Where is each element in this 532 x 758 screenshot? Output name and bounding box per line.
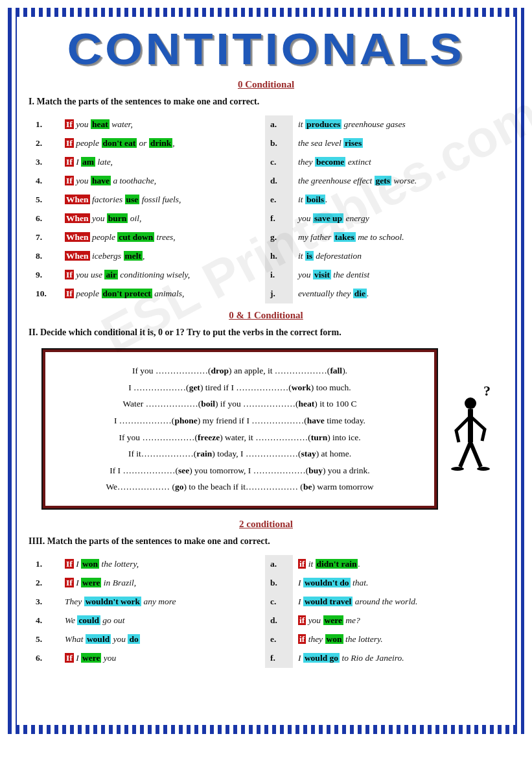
row-letter: b. (265, 574, 293, 593)
left-sentence: If people don't eat or drink, (60, 134, 265, 153)
row-letter: a. (265, 115, 293, 134)
left-sentence: If you use air conditioning wisely, (60, 266, 265, 285)
row-num: 5. (30, 630, 60, 649)
row-letter: c. (265, 153, 293, 172)
row-letter: j. (265, 285, 293, 303)
row-letter: b. (265, 134, 293, 153)
row-letter: e. (265, 630, 293, 649)
right-sentence: if it didn't rain. (293, 555, 502, 574)
section3-instruction: IIII. Match the parts of the sentences t… (29, 536, 503, 547)
section2-row: If you ………………(drop) an apple, it ………………(… (29, 344, 503, 514)
left-sentence: When you burn oil, (60, 209, 265, 228)
left-sentence: They wouldn't work any more (60, 593, 265, 611)
left-sentence: If I won the lottery, (60, 555, 265, 574)
row-num: 10. (30, 285, 60, 303)
right-sentence: I would travel around the world. (293, 593, 502, 611)
fill-line: If you ………………(freeze) water, it ………………(t… (58, 429, 421, 446)
row-num: 1. (30, 115, 60, 134)
section1-heading: 0 Conditional (29, 79, 503, 90)
left-sentence: If people don't protect animals, (60, 285, 265, 303)
section2-heading: 0 & 1 Conditional (29, 310, 503, 321)
section2-box: If you ………………(drop) an apple, it ………………(… (41, 348, 438, 510)
table-row: 4.If you have a toothache,d.the greenhou… (30, 172, 502, 191)
left-sentence: What would you do (60, 630, 265, 649)
table-row: 3.If I am late,c.they become extinct (30, 153, 502, 172)
right-sentence: I wouldn't do that. (293, 574, 502, 593)
right-sentence: the sea level rises (293, 134, 502, 153)
row-letter: i. (265, 266, 293, 285)
row-num: 2. (30, 574, 60, 593)
row-num: 6. (30, 209, 60, 228)
page-title: CONTITIONALS (5, 23, 527, 74)
left-sentence: We could go out (60, 611, 265, 630)
section2-instruction: II. Decide which conditional it is, 0 or… (29, 327, 503, 338)
page: ESL Printables.com CONTITIONALS 0 Condit… (0, 0, 532, 758)
row-letter: f. (265, 649, 293, 668)
section3-heading: 2 conditional (29, 519, 503, 530)
right-sentence: it produces greenhouse gases (293, 115, 502, 134)
svg-point-2 (451, 467, 464, 471)
table-row: 4.We could go outd.if you were me? (30, 611, 502, 630)
table-row: 9.If you use air conditioning wisely,i.y… (30, 266, 502, 285)
section1-instruction: I. Match the parts of the sentences to m… (29, 97, 503, 107)
table-row: 2.If people don't eat or drink,b.the sea… (30, 134, 502, 153)
left-sentence: If I am late, (60, 153, 265, 172)
table-row: 6.When you burn oil,f.you save up energy (30, 209, 502, 228)
right-sentence: you visit the dentist (293, 266, 502, 285)
row-num: 6. (30, 649, 60, 668)
right-sentence: eventually they die. (293, 285, 502, 303)
left-sentence: When factories use fossil fuels, (60, 191, 265, 209)
row-num: 7. (30, 228, 60, 247)
fill-line: Water ………………(boil) if you ………………(heat) i… (58, 396, 421, 412)
row-num: 9. (30, 266, 60, 285)
table-row: 8.When icebergs melt,h.it is deforestati… (30, 247, 502, 266)
row-letter: c. (265, 593, 293, 611)
row-num: 5. (30, 191, 60, 209)
row-letter: e. (265, 191, 293, 209)
left-sentence: If you have a toothache, (60, 172, 265, 191)
left-sentence: When icebergs melt, (60, 247, 265, 266)
row-letter: d. (265, 611, 293, 630)
row-letter: f. (265, 209, 293, 228)
row-num: 4. (30, 172, 60, 191)
fill-line: I ………………(get) tired if I ………………(work) to… (58, 379, 421, 396)
row-num: 3. (30, 593, 60, 611)
right-sentence: if you were me? (293, 611, 502, 630)
svg-text:?: ? (483, 384, 491, 399)
row-letter: g. (265, 228, 293, 247)
right-sentence: they become extinct (293, 153, 502, 172)
table-row: 10.If people don't protect animals,j.eve… (30, 285, 502, 303)
fill-line: If you ………………(drop) an apple, it ………………(… (58, 362, 421, 379)
table-row: 5.What would you doe.if they won the lot… (30, 630, 502, 649)
thinking-figure-icon: ? (445, 384, 503, 475)
right-sentence: you save up energy (293, 209, 502, 228)
fill-line: I ………………(phone) my friend if I ………………(ha… (58, 412, 421, 429)
right-sentence: the greenhouse effect gets worse. (293, 172, 502, 191)
row-num: 8. (30, 247, 60, 266)
table-row: 1.If you heat water,a.it produces greenh… (30, 115, 502, 134)
decorative-border: CONTITIONALS 0 Conditional I. Match the … (8, 8, 524, 734)
table-row: 6.If I were youf.I would go to Rio de Ja… (30, 649, 502, 668)
right-sentence: my father takes me to school. (293, 228, 502, 247)
row-letter: h. (265, 247, 293, 266)
fill-line: We……………… (go) to the beach if it……………… (… (58, 479, 421, 495)
section1-table: 1.If you heat water,a.it produces greenh… (29, 113, 503, 305)
right-sentence: it boils. (293, 191, 502, 209)
right-sentence: I would go to Rio de Janeiro. (293, 649, 502, 668)
right-sentence: it is deforestation (293, 247, 502, 266)
left-sentence: When people cut down trees, (60, 228, 265, 247)
row-num: 2. (30, 134, 60, 153)
table-row: 2.If I were in Brazil,b.I wouldn't do th… (30, 574, 502, 593)
left-sentence: If I were you (60, 649, 265, 668)
fill-line: If I ………………(see) you tomorrow, I ………………(… (58, 462, 421, 479)
row-num: 4. (30, 611, 60, 630)
table-row: 5.When factories use fossil fuels,e.it b… (30, 191, 502, 209)
table-row: 7.When people cut down trees,g.my father… (30, 228, 502, 247)
row-letter: d. (265, 172, 293, 191)
left-sentence: If I were in Brazil, (60, 574, 265, 593)
svg-point-1 (465, 397, 476, 409)
right-sentence: if they won the lottery. (293, 630, 502, 649)
section3-table: 1.If I won the lottery,a.if it didn't ra… (29, 553, 503, 669)
fill-line: If it………………(rain) today, I ………………(stay) … (58, 445, 421, 462)
left-sentence: If you heat water, (60, 115, 265, 134)
